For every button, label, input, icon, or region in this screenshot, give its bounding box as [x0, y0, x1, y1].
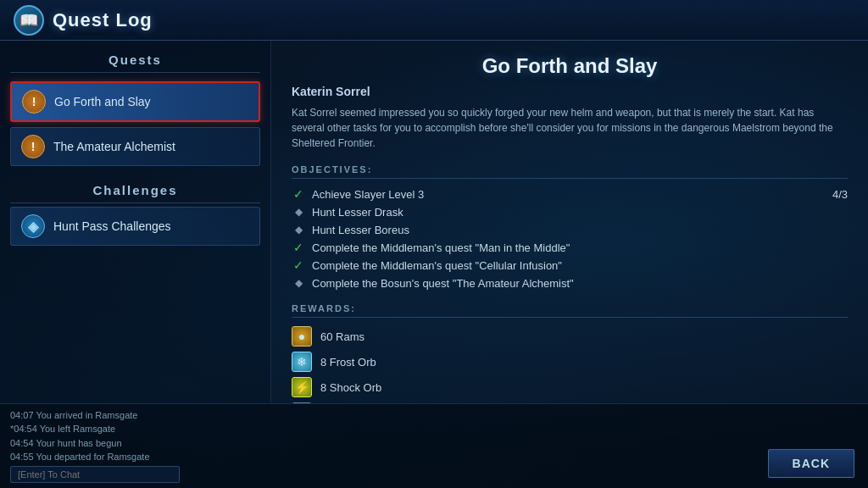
obj-text-5: Complete the Middleman's quest "Cellular… [312, 259, 562, 272]
quest-item-amateur-alchemist[interactable]: ! The Amateur Alchemist [10, 127, 260, 166]
reward-text-2: 8 Frost Orb [320, 356, 376, 369]
quests-section-header: Quests [10, 49, 260, 73]
obj-text-2: Hunt Lesser Drask [312, 206, 403, 219]
objective-item-3: ◆ Hunt Lesser Boreus [292, 223, 848, 236]
rewards-list: ● 60 Rams ❄ 8 Frost Orb ⚡ 8 Shock Orb ◈ … [292, 326, 848, 403]
obj-text-3: Hunt Lesser Boreus [312, 224, 409, 236]
challenges-section-header: Challenges [10, 180, 260, 203]
objective-item-6: ◆ Complete the Bosun's quest "The Amateu… [292, 276, 848, 290]
obj-diamond-icon-6: ◆ [292, 276, 305, 290]
objectives-header: OBJECTIVES: [292, 164, 848, 179]
chat-entry-4: 04:55 You departed for Ramsgate [10, 451, 858, 463]
quest-description: Kat Sorrel seemed impressed you so quick… [292, 105, 848, 151]
bottom-area: 04:07 You arrived in Ramsgate *04:54 You… [0, 403, 868, 488]
reward-text-3: 8 Shock Orb [320, 381, 381, 394]
challenges-section: Challenges Hunt Pass Challenges [10, 180, 260, 246]
content-area: Quests ! Go Forth and Slay ! The Amateur… [0, 41, 868, 403]
obj-check-icon-5: ✓ [292, 258, 305, 272]
right-panel: Go Forth and Slay Katerin Sorrel Kat Sor… [271, 41, 868, 403]
reward-icon-frost: ❄ [292, 352, 312, 372]
chat-entry-3: 04:54 Your hunt has begun [10, 437, 858, 449]
obj-diamond-icon-2: ◆ [292, 205, 305, 219]
page-title: Quest Log [53, 9, 153, 31]
back-button[interactable]: BACK [768, 449, 854, 478]
objective-item-4: ✓ Complete the Middleman's quest "Man in… [292, 241, 848, 254]
chat-entry-1: 04:07 You arrived in Ramsgate [10, 409, 858, 421]
chat-log: 04:07 You arrived in Ramsgate *04:54 You… [10, 409, 858, 463]
objective-item-1: ✓ Achieve Slayer Level 3 4/3 [292, 187, 848, 201]
quest-label-alchemist: The Amateur Alchemist [53, 140, 175, 153]
obj-text-1: Achieve Slayer Level 3 [312, 188, 424, 201]
obj-check-icon-1: ✓ [292, 187, 305, 201]
quest-giver: Katerin Sorrel [292, 85, 848, 98]
reward-icon-rams: ● [292, 326, 312, 347]
quest-item-hunt-pass[interactable]: Hunt Pass Challenges [10, 207, 260, 246]
quest-icon-exclamation-2: ! [21, 135, 45, 158]
obj-text-4: Complete the Middleman's quest "Man in t… [312, 241, 570, 254]
quest-detail-title: Go Forth and Slay [292, 54, 848, 78]
chat-input[interactable] [10, 466, 180, 483]
chat-entry-2: *04:54 You left Ramsgate [10, 423, 858, 435]
left-panel: Quests ! Go Forth and Slay ! The Amateur… [0, 41, 271, 403]
reward-item-1: ● 60 Rams [292, 326, 848, 347]
obj-diamond-icon-3: ◆ [292, 223, 305, 236]
reward-text-1: 60 Rams [320, 330, 364, 343]
obj-check-icon-4: ✓ [292, 241, 305, 254]
obj-count-1: 4/3 [832, 188, 848, 201]
quest-item-go-forth-and-slay[interactable]: ! Go Forth and Slay [10, 81, 260, 122]
quest-log-icon: 📖 [14, 5, 44, 36]
chat-input-row [10, 466, 858, 483]
reward-item-2: ❄ 8 Frost Orb [292, 352, 848, 372]
header: 📖 Quest Log [0, 0, 868, 41]
obj-text-6: Complete the Bosun's quest "The Amateur … [312, 277, 574, 290]
reward-icon-shock: ⚡ [292, 377, 312, 397]
quest-icon-exclamation-1: ! [22, 90, 46, 114]
rewards-header: REWARDS: [292, 303, 848, 318]
quest-label-go-forth: Go Forth and Slay [54, 95, 151, 108]
quest-icon-crystal [21, 214, 45, 238]
objectives-list: ✓ Achieve Slayer Level 3 4/3 ◆ Hunt Less… [292, 187, 848, 290]
quest-label-hunt-pass: Hunt Pass Challenges [53, 219, 171, 233]
objective-item-5: ✓ Complete the Middleman's quest "Cellul… [292, 258, 848, 272]
objective-item-2: ◆ Hunt Lesser Drask [292, 205, 848, 219]
reward-item-3: ⚡ 8 Shock Orb [292, 377, 848, 397]
